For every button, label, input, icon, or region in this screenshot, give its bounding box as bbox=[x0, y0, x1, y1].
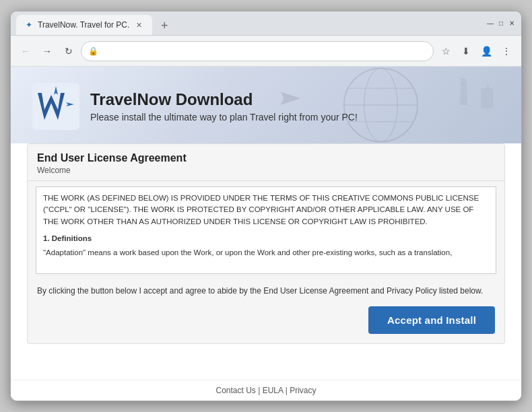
page-content: TravelNow Download Please install the ul… bbox=[11, 67, 521, 401]
page-footer: Contact Us | EULA | Privacy bbox=[11, 380, 521, 401]
tab-title: TravelNow. Travel for PC. bbox=[38, 20, 129, 30]
bookmark-button[interactable]: ☆ bbox=[436, 42, 455, 61]
eula-scroll-area[interactable]: THE WORK (AS DEFINED BELOW) IS PROVIDED … bbox=[36, 186, 496, 274]
forward-button[interactable]: → bbox=[38, 42, 57, 61]
tab-close-button[interactable]: ✕ bbox=[133, 20, 144, 30]
eula-title: End User License Agreement bbox=[37, 152, 495, 164]
title-bar: ✦ TravelNow. Travel for PC. ✕ + — □ ✕ bbox=[11, 11, 521, 36]
accept-btn-row: Accept and Install bbox=[28, 306, 504, 343]
contact-us-link[interactable]: Contact Us bbox=[216, 386, 256, 395]
maximize-button[interactable]: □ bbox=[497, 20, 505, 28]
profile-button[interactable]: 👤 bbox=[477, 42, 496, 61]
hero-text: TravelNow Download Please install the ul… bbox=[90, 90, 358, 123]
refresh-button[interactable]: ↻ bbox=[59, 42, 78, 61]
browser-window: ✦ TravelNow. Travel for PC. ✕ + — □ ✕ ← … bbox=[10, 11, 522, 401]
eula-welcome: Welcome bbox=[37, 166, 495, 175]
eula-box: End User License Agreement Welcome THE W… bbox=[27, 143, 505, 344]
hero-title: TravelNow Download bbox=[90, 90, 358, 109]
svg-rect-8 bbox=[486, 85, 489, 92]
window-controls: — □ ✕ bbox=[481, 20, 516, 28]
eula-definitions-header: 1. Definitions bbox=[43, 233, 489, 244]
tab-favicon: ✦ bbox=[24, 20, 34, 30]
close-window-button[interactable]: ✕ bbox=[508, 20, 516, 28]
address-bar[interactable]: 🔒 bbox=[81, 41, 434, 61]
accept-install-button[interactable]: Accept and Install bbox=[368, 306, 495, 334]
hero-subtitle: Please install the ultimate way to plan … bbox=[90, 112, 358, 123]
active-tab[interactable]: ✦ TravelNow. Travel for PC. ✕ bbox=[16, 15, 152, 35]
eula-header: End User License Agreement Welcome bbox=[28, 144, 504, 181]
lock-icon: 🔒 bbox=[88, 46, 98, 56]
eula-agreement-text: By clicking the button below I accept an… bbox=[28, 279, 504, 306]
eula-link[interactable]: EULA bbox=[263, 386, 284, 395]
nav-bar: ← → ↻ 🔒 ☆ ⬇ 👤 ⋮ bbox=[11, 36, 521, 67]
download-button[interactable]: ⬇ bbox=[457, 42, 475, 61]
svg-marker-5 bbox=[460, 78, 468, 105]
nav-right-controls: ☆ ⬇ 👤 ⋮ bbox=[436, 42, 516, 61]
privacy-link[interactable]: Privacy bbox=[290, 386, 316, 395]
menu-button[interactable]: ⋮ bbox=[497, 42, 516, 61]
new-tab-button[interactable]: + bbox=[155, 16, 174, 35]
minimize-button[interactable]: — bbox=[486, 20, 494, 28]
eula-body-text: THE WORK (AS DEFINED BELOW) IS PROVIDED … bbox=[43, 193, 489, 228]
hero-banner: TravelNow Download Please install the ul… bbox=[11, 67, 521, 143]
back-button[interactable]: ← bbox=[16, 42, 35, 61]
eula-definitions-text: "Adaptation" means a work based upon the… bbox=[43, 247, 489, 259]
hero-logo bbox=[32, 83, 79, 130]
tab-area: ✦ TravelNow. Travel for PC. ✕ + bbox=[16, 11, 478, 35]
